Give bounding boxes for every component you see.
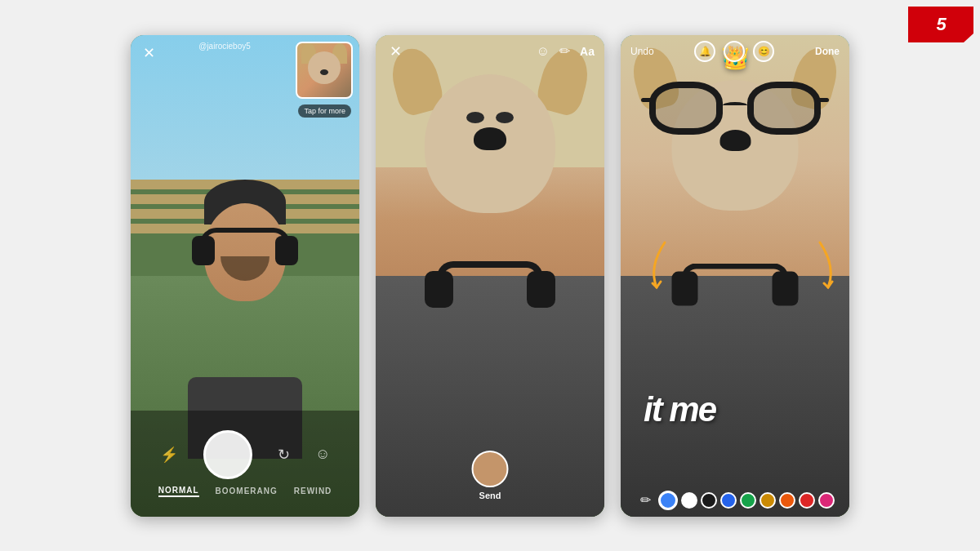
it-me-annotation: it me [644,390,715,429]
color-blue[interactable] [720,492,737,509]
color-white[interactable] [681,492,697,509]
undo-button[interactable]: Undo [630,46,654,57]
notification-icon[interactable]: 🔔 [694,41,715,62]
close-icon: ✕ [143,44,155,62]
watermark: 5 [908,7,973,42]
color-black[interactable] [701,492,717,509]
close-button[interactable]: ✕ [139,43,158,63]
watermark-bg: 5 [908,7,973,42]
crown-icon-btn[interactable]: 👑 [724,41,745,62]
text-button-s2[interactable]: Aa [580,45,595,58]
tab-rewind[interactable]: REWIND [294,487,332,495]
send-avatar [472,451,509,487]
smiley-icon: 😊 [758,46,770,57]
mode-tabs: NORMAL BOOMERANG REWIND [158,486,332,497]
annotation-arrows [632,218,849,300]
dog-nose-small [320,69,328,75]
s2-topbar-right: ☺ ✏ Aa [537,43,595,59]
send-area: Send [472,451,509,500]
send-label[interactable]: Send [479,491,501,500]
tab-normal[interactable]: NORMAL [158,486,199,497]
face-filter-icon[interactable]: ☺ [315,446,330,463]
sticker-icon-s2[interactable]: ☺ [537,44,550,59]
bell-icon: 🔔 [699,46,711,57]
dog-nose-big [474,127,506,150]
color-green[interactable] [740,492,756,509]
flip-icon[interactable]: ↻ [278,446,290,464]
glasses-arm-right [817,98,829,102]
face-sticker-icon[interactable]: 😊 [753,41,774,62]
flash-icon[interactable]: ⚡ [160,446,178,464]
done-button[interactable]: Done [815,46,840,57]
color-pink[interactable] [818,492,835,509]
dog-eye-right [496,112,514,123]
tap-tooltip: Tap for more [298,104,351,118]
dog-face-big [425,74,555,213]
color-red[interactable] [799,492,815,509]
close-button-s2[interactable]: ✕ [385,42,405,61]
headphone-right-s2 [527,271,555,308]
s3-topbar: Undo 🔔 👑 😊 Done [621,35,849,68]
glasses-sticker[interactable] [645,73,825,139]
username: @jairocieboy5 [159,42,290,51]
draw-icon-s2[interactable]: ✏ [559,43,570,59]
dog-eye-left [466,112,484,123]
dog-face-small [308,51,341,84]
dog-thumbnail[interactable] [296,42,353,99]
screen2-editor: ✕ ☺ ✏ Aa Send [376,35,604,517]
color-blue-active[interactable] [658,491,678,510]
glasses-bridge [723,102,747,109]
main-container: 5 ✕ @jairocieboy5 [0,0,980,551]
s3-sticker-icons: 🔔 👑 😊 [694,41,774,62]
watermark-text: 5 [936,14,945,35]
tab-boomerang[interactable]: BOOMERANG [216,487,278,495]
screen3-stickers: 👑 it me Undo 🔔 👑 😊 [621,35,849,517]
color-orange[interactable] [779,492,795,509]
screen1-camera: ✕ @jairocieboy5 Tap for more ⚡ ↻ ☺ NORMA… [131,35,359,517]
glasses-right-lens [747,82,821,135]
headphones-s2 [425,261,555,310]
headphone-right-cup [275,236,298,265]
crown-icon: 👑 [728,46,741,57]
color-yellow[interactable] [760,492,776,509]
camera-icons-row: ⚡ ↻ ☺ [131,430,359,479]
color-palette: ✏ [621,488,849,513]
headphone-left-s2 [425,271,453,308]
headphone-left-cup [192,236,215,265]
pencil-icon[interactable]: ✏ [635,491,655,510]
dog-face-overlay [376,35,604,300]
headphones [192,228,298,269]
close-icon-s2: ✕ [390,42,402,60]
camera-controls: ⚡ ↻ ☺ NORMAL BOOMERANG REWIND [131,411,359,517]
glasses-left-lens [649,82,723,135]
shutter-button[interactable] [203,430,252,479]
s2-topbar: ✕ ☺ ✏ Aa [376,35,604,68]
